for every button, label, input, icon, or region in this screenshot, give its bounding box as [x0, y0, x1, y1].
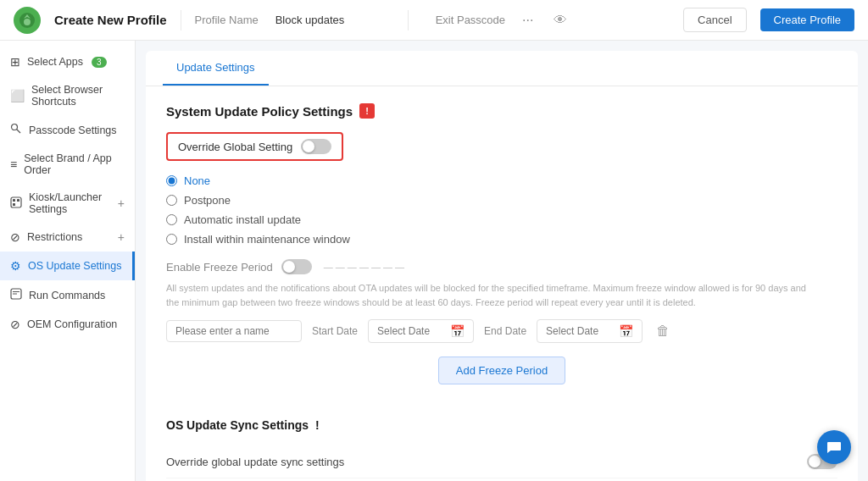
- key-icon: [10, 123, 22, 137]
- sidebar-item-label: Run Commands: [29, 290, 105, 301]
- radio-none[interactable]: None: [166, 174, 837, 187]
- sync-row-override: Override global update sync settings: [166, 445, 837, 478]
- sidebar-item-label: OS Update Settings: [28, 260, 121, 272]
- sync-title-text: OS Update Sync Settings: [166, 418, 309, 432]
- sidebar-item-oem-configuration[interactable]: ⊘ OEM Configuration: [0, 310, 135, 339]
- override-toggle[interactable]: [301, 139, 331, 154]
- page-title: Create New Profile: [54, 13, 167, 27]
- toggle-thumb: [809, 456, 821, 467]
- start-date-wrapper: 📅: [368, 319, 474, 343]
- freeze-period-toggle[interactable]: [281, 259, 312, 274]
- radio-auto-install-label: Automatic install update: [184, 213, 301, 226]
- override-label: Override Global Setting: [178, 141, 292, 153]
- exit-passcode-label: Exit Passcode: [436, 14, 505, 26]
- svg-rect-4: [11, 197, 21, 207]
- freeze-toggle-thumb: [283, 261, 295, 273]
- content-area: Update Settings System Update Policy Set…: [136, 41, 868, 481]
- sidebar-item-select-apps[interactable]: ⊞ Select Apps 3: [0, 47, 135, 76]
- apps-badge: 3: [92, 57, 107, 68]
- content-panel: Update Settings System Update Policy Set…: [146, 51, 858, 481]
- radio-postpone[interactable]: Postpone: [166, 194, 837, 207]
- sidebar-item-label: OEM Configuration: [27, 318, 117, 330]
- profile-name-input[interactable]: [275, 14, 394, 26]
- oem-icon: ⊘: [10, 318, 20, 331]
- sync-section-title: OS Update Sync Settings !: [166, 418, 837, 432]
- list-icon: ≡: [10, 158, 17, 171]
- sidebar-item-label: Kiosk/Launcher Settings: [29, 191, 111, 215]
- topbar: Create New Profile Profile Name Exit Pas…: [0, 0, 868, 41]
- sync-override-label: Override global update sync settings: [166, 456, 807, 468]
- section-title-text: System Update Policy Settings: [166, 104, 353, 119]
- freeze-period-label: Enable Freeze Period: [166, 261, 273, 274]
- sidebar-item-run-commands[interactable]: Run Commands: [0, 280, 135, 310]
- svg-rect-6: [17, 199, 19, 202]
- radio-none-label: None: [184, 174, 210, 187]
- restrictions-icon: ⊘: [10, 230, 20, 244]
- svg-point-1: [24, 19, 31, 25]
- sidebar-item-passcode-settings[interactable]: Passcode Settings: [0, 115, 135, 145]
- plus-icon: +: [118, 196, 125, 210]
- radio-auto-install[interactable]: Automatic install update: [166, 213, 837, 226]
- radio-postpone-label: Postpone: [184, 194, 231, 207]
- sidebar-item-restrictions[interactable]: ⊘ Restrictions +: [0, 223, 135, 252]
- profile-name-label: Profile Name: [195, 14, 259, 26]
- run-icon: [10, 288, 22, 302]
- override-global-box: Override Global Setting: [166, 132, 343, 161]
- delete-freeze-icon[interactable]: 🗑: [656, 323, 670, 339]
- divider: [181, 10, 181, 30]
- toggle-thumb: [303, 141, 314, 152]
- plus-icon: +: [118, 230, 125, 244]
- tabs-bar: Update Settings: [146, 51, 858, 86]
- tab-update-settings[interactable]: Update Settings: [163, 51, 269, 86]
- radio-maintenance-window[interactable]: Install within maintenance window: [166, 233, 837, 246]
- sidebar-item-label: Select Apps: [27, 56, 83, 68]
- sidebar-item-os-update-settings[interactable]: ⚙ OS Update Settings: [0, 252, 135, 280]
- browser-icon: ⬜: [10, 89, 25, 102]
- cancel-button[interactable]: Cancel: [683, 8, 746, 32]
- sidebar-item-brand-app-order[interactable]: ≡ Select Brand / App Order: [0, 145, 135, 184]
- calendar-icon-end[interactable]: 📅: [619, 324, 633, 338]
- settings-icon: ⚙: [10, 259, 21, 273]
- kiosk-icon: [10, 196, 22, 211]
- sidebar-item-kiosk-launcher[interactable]: Kiosk/Launcher Settings +: [0, 184, 135, 223]
- sidebar-item-label: Select Brand / App Order: [24, 152, 125, 176]
- main-layout: ⊞ Select Apps 3 ⬜ Select Browser Shortcu…: [0, 41, 868, 481]
- end-date-label: End Date: [484, 325, 526, 337]
- app-logo: [14, 7, 41, 34]
- sidebar-item-browser-shortcuts[interactable]: ⬜ Select Browser Shortcuts: [0, 76, 135, 115]
- warning-icon-sync: !: [315, 418, 320, 432]
- update-policy-radio-group: None Postpone Automatic install update I…: [166, 174, 837, 246]
- freeze-description: All system updates and the notifications…: [166, 281, 810, 309]
- create-profile-button[interactable]: Create Profile: [760, 8, 854, 31]
- radio-maintenance-label: Install within maintenance window: [184, 233, 350, 246]
- svg-rect-7: [13, 203, 15, 206]
- end-date-wrapper: 📅: [537, 319, 643, 343]
- sidebar-item-label: Passcode Settings: [29, 124, 117, 136]
- eye-icon[interactable]: 👁: [554, 13, 567, 28]
- start-date-label: Start Date: [312, 325, 358, 337]
- freeze-period-subtext: — — — — — — —: [324, 262, 404, 272]
- sidebar-item-label: Restrictions: [27, 231, 82, 243]
- add-freeze-period-button[interactable]: Add Freeze Period: [438, 357, 565, 384]
- freeze-name-input[interactable]: [166, 320, 302, 342]
- freeze-inputs-row: Start Date 📅 End Date 📅 🗑: [166, 319, 837, 343]
- chat-bubble-button[interactable]: [817, 430, 851, 464]
- end-date-input[interactable]: [546, 325, 614, 337]
- warning-icon: !: [359, 103, 375, 119]
- svg-point-2: [12, 124, 18, 130]
- sidebar-item-label: Select Browser Shortcuts: [31, 84, 125, 108]
- svg-line-3: [17, 130, 21, 134]
- divider2: [408, 10, 409, 30]
- section-title-system-update: System Update Policy Settings !: [166, 103, 837, 119]
- sidebar: ⊞ Select Apps 3 ⬜ Select Browser Shortcu…: [0, 41, 136, 481]
- exit-passcode-dots[interactable]: ···: [522, 13, 533, 28]
- freeze-period-row: Enable Freeze Period — — — — — — —: [166, 259, 837, 274]
- os-update-sync-section: OS Update Sync Settings ! Override globa…: [146, 418, 858, 481]
- system-update-policy-section: System Update Policy Settings ! Override…: [146, 86, 858, 418]
- calendar-icon-start[interactable]: 📅: [450, 324, 465, 338]
- start-date-input[interactable]: [377, 325, 445, 337]
- svg-rect-5: [13, 199, 15, 202]
- grid-icon: ⊞: [10, 55, 20, 69]
